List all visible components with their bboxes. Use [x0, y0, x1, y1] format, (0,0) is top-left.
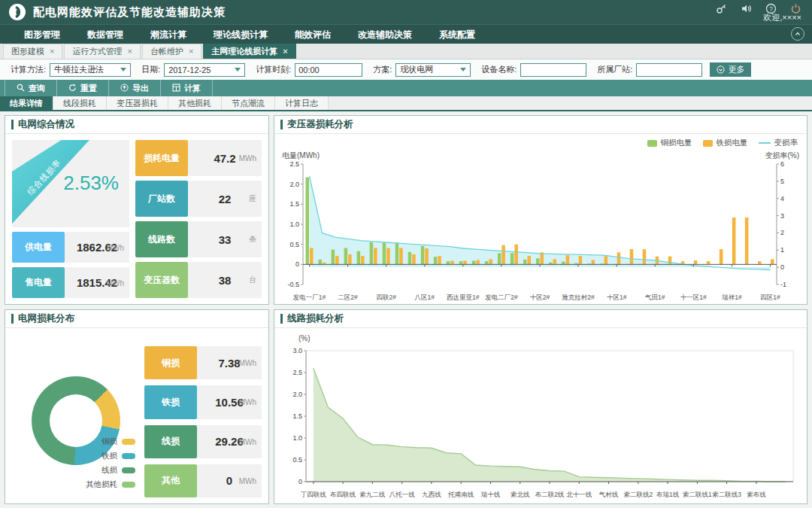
toolbar-button-label: 计算 — [184, 83, 201, 94]
search-button[interactable]: 查询 — [5, 80, 57, 96]
plan-select[interactable]: 现状电网 — [395, 63, 471, 77]
date-select[interactable]: 2017-12-25 — [164, 63, 245, 77]
stat-card-value: 10.56MWh — [197, 385, 262, 418]
svg-text:布瑞1线: 布瑞1线 — [656, 491, 680, 498]
loss-rate-card: 综合线损率 2.53% — [12, 140, 129, 227]
key-icon[interactable] — [716, 3, 727, 14]
legend-item[interactable]: 其他损耗 — [86, 479, 135, 490]
document-tabs: 图形建模×运行方式管理×台帐维护×主网理论线损计算× — [0, 44, 812, 59]
svg-text:发电二厂2#: 发电二厂2# — [485, 294, 518, 301]
chevron-down-icon — [460, 68, 466, 71]
stat-card-label: 厂站数 — [135, 181, 188, 217]
legend-swatch-icon — [122, 453, 135, 459]
app-header: 配电网能效评估及节能改造辅助决策 ? 欢迎,×××× — [0, 0, 812, 24]
legend-item[interactable]: 线损 — [86, 465, 135, 476]
accent-bar — [280, 120, 283, 129]
app-title: 配电网能效评估及节能改造辅助决策 — [33, 5, 226, 20]
document-tab-label: 台帐维护 — [150, 46, 183, 57]
svg-text:丁四联线: 丁四联线 — [301, 491, 327, 498]
panel-loss-distribution: 电网损耗分布 铜损铁损线损其他损耗 铜损7.38MWh铁损10.56MWh线损2… — [5, 309, 269, 504]
dashboard: 电网综合情况 综合线损率 2.53% 供电量1862.62MWh售电量1815.… — [0, 111, 812, 508]
sub-tab[interactable]: 其他损耗 — [168, 96, 222, 110]
date-value: 2017-12-25 — [168, 65, 211, 75]
document-tab[interactable]: 台帐维护× — [142, 44, 201, 59]
svg-text:0: 0 — [298, 478, 302, 485]
stat-card-label: 售电量 — [12, 267, 65, 298]
donut-legend: 铜损铁损线损其他损耗 — [86, 437, 135, 490]
nav-item[interactable]: 图形管理 — [11, 25, 74, 44]
svg-text:瑞祥1#: 瑞祥1# — [722, 294, 742, 301]
legend-swatch-icon — [759, 142, 771, 144]
stat-card: 线路数33条 — [135, 221, 262, 257]
nav-item[interactable]: 系统配置 — [426, 25, 489, 44]
svg-text:5: 5 — [780, 178, 784, 185]
nav-item[interactable]: 数据管理 — [74, 25, 137, 44]
sub-tab[interactable]: 节点潮流 — [222, 96, 275, 110]
volume-icon[interactable] — [741, 3, 752, 14]
legend-swatch-icon — [122, 467, 135, 473]
transformer-chart-legend: 铜损电量铁损电量变损率 — [647, 138, 798, 148]
stat-card: 铁损10.56MWh — [144, 385, 262, 418]
legend-item[interactable]: 铁损 — [86, 451, 135, 461]
export-button[interactable]: 导出 — [109, 80, 161, 96]
device-name-input[interactable] — [520, 63, 586, 77]
calculate-button[interactable]: 计算 — [161, 80, 213, 96]
close-icon[interactable]: × — [283, 47, 287, 56]
chevron-down-icon — [120, 68, 126, 71]
stat-card-value: 22座 — [188, 181, 262, 217]
sub-tab[interactable]: 计算日志 — [275, 96, 329, 110]
panel-header: 电网损耗分布 — [5, 310, 268, 328]
panel-title: 线路损耗分析 — [287, 312, 344, 325]
method-select[interactable]: 牛顿拉夫逊法 — [50, 63, 131, 77]
station-input[interactable] — [636, 63, 702, 77]
close-icon[interactable]: × — [127, 47, 132, 56]
chevron-up-icon[interactable] — [791, 27, 804, 41]
sub-tab[interactable]: 变压器损耗 — [107, 96, 168, 110]
svg-text:0: 0 — [780, 263, 784, 271]
svg-text:0.5: 0.5 — [292, 456, 302, 464]
accent-bar — [11, 314, 14, 324]
legend-label: 铜损 — [102, 437, 117, 447]
sub-tab[interactable]: 结果详情 — [0, 96, 53, 110]
stat-card: 损耗电量47.2MWh — [135, 140, 262, 176]
app-logo-icon — [9, 4, 26, 20]
legend-label: 其他损耗 — [86, 479, 117, 490]
circle-down-arrow-icon — [717, 65, 725, 74]
legend-swatch-icon — [703, 140, 713, 147]
legend-item[interactable]: 铁损电量 — [703, 138, 748, 148]
nav-item[interactable]: 改造辅助决策 — [344, 25, 426, 44]
plan-label: 方案: — [373, 64, 392, 75]
more-button[interactable]: 更多 — [710, 62, 751, 77]
svg-text:0: 0 — [295, 260, 299, 268]
svg-text:2: 2 — [780, 229, 784, 236]
document-tab[interactable]: 图形建模× — [3, 44, 62, 59]
stat-card-label: 铁损 — [144, 385, 197, 418]
legend-label: 铁损电量 — [717, 138, 748, 148]
document-tab[interactable]: 主网理论线损计算× — [203, 44, 295, 59]
stat-card-unit: MWh — [107, 243, 124, 251]
svg-text:2.0: 2.0 — [292, 391, 302, 398]
nav-item[interactable]: 潮流计算 — [137, 25, 200, 44]
close-icon[interactable]: × — [50, 47, 54, 56]
document-tab[interactable]: 运行方式管理× — [64, 44, 140, 59]
plan-value: 现状电网 — [400, 64, 433, 75]
accent-bar — [11, 120, 14, 129]
time-input[interactable] — [295, 63, 362, 77]
legend-item[interactable]: 铜损电量 — [647, 138, 692, 148]
reset-button[interactable]: 重置 — [57, 80, 109, 96]
svg-text:二区2#: 二区2# — [338, 294, 358, 301]
y-axis-label: (%) — [298, 334, 311, 342]
sub-tab[interactable]: 线段损耗 — [53, 96, 107, 110]
nav-item[interactable]: 理论线损计算 — [200, 25, 281, 44]
close-icon[interactable]: × — [189, 47, 193, 56]
panel-transformer-loss: 变压器损耗分析 铜损电量铁损电量变损率 电量(MWh) 变损率(%) 2.52.… — [274, 115, 807, 305]
panel-line-loss: 线路损耗分析 (%) 3.02.52.01.51.00.50丁四联线布四联线索九… — [274, 309, 807, 504]
legend-item[interactable]: 变损率 — [759, 138, 798, 148]
stat-card: 变压器数38台 — [135, 262, 262, 298]
svg-text:四联2#: 四联2# — [376, 294, 396, 301]
legend-item[interactable]: 铜损 — [86, 437, 135, 447]
stat-card-label: 供电量 — [12, 232, 65, 263]
svg-text:1: 1 — [780, 246, 784, 254]
document-tab-label: 主网理论线损计算 — [211, 46, 277, 57]
nav-item[interactable]: 能效评估 — [281, 25, 344, 44]
